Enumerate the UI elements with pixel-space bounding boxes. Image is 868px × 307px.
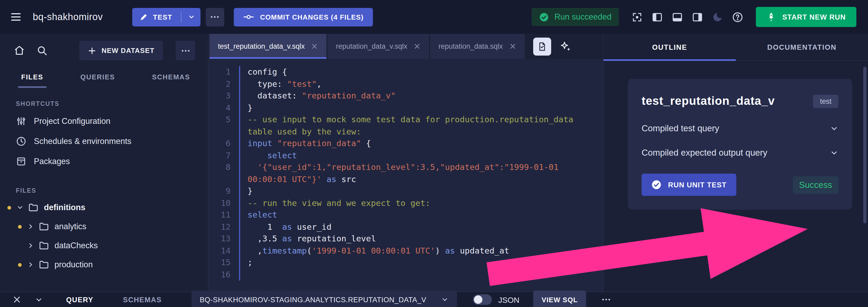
search-icon[interactable] [36, 45, 48, 56]
tree-item-label: dataChecks [55, 241, 98, 250]
sidebar-item-label: Project Configuration [34, 116, 111, 126]
tree-item-definitions[interactable]: definitions [0, 198, 208, 217]
line-number: 15 [208, 257, 239, 269]
tab-documentation[interactable]: DOCUMENTATION [736, 34, 868, 60]
code-row[interactable]: 6input "reputation_data" { [208, 138, 592, 149]
chevron-down-icon [441, 296, 448, 303]
hamburger-menu-icon[interactable] [9, 10, 22, 23]
code-lines[interactable]: 1config {2 type: "test",3 dataset: "repu… [208, 59, 603, 307]
new-dataset-button[interactable]: NEW DATASET [79, 41, 163, 60]
bottom-more-button[interactable] [601, 294, 612, 305]
check-circle-icon [651, 179, 662, 190]
focus-mode-icon[interactable] [631, 11, 643, 23]
tab-queries[interactable]: QUERIES [81, 73, 115, 88]
code-token: { [361, 139, 371, 148]
panel-right-icon[interactable] [692, 11, 703, 23]
code-token: dataset: [248, 91, 302, 101]
sidebar-item-schedules-environments[interactable]: Schedules & environments [0, 131, 208, 151]
tree-item-label: analytics [55, 222, 87, 231]
tab-files[interactable]: FILES [21, 73, 43, 88]
json-toggle[interactable] [473, 294, 492, 305]
format-document-button[interactable] [533, 37, 551, 55]
tree-item-label: definitions [44, 203, 86, 212]
close-icon[interactable] [311, 43, 318, 50]
code-row[interactable]: 2 type: "test", [208, 78, 592, 90]
code-row[interactable]: 7 select [208, 149, 592, 162]
clock-icon [16, 136, 26, 147]
code-row[interactable]: 14 ,timestamp('1999-01-01 00:00:01 UTC')… [208, 245, 592, 257]
code-row[interactable]: 9} [208, 185, 592, 197]
home-icon[interactable] [14, 45, 25, 56]
code-row[interactable]: 4} [208, 102, 592, 114]
code-row[interactable]: 1config { [208, 66, 592, 78]
tab-schemas[interactable]: SCHEMAS [152, 73, 190, 88]
code-row[interactable]: 10-- run the view and we expect to get: [208, 197, 592, 209]
tab-bottom-schemas[interactable]: SCHEMAS [123, 296, 162, 304]
chevron-down-icon[interactable] [17, 204, 24, 211]
compiled-test-query-row[interactable]: Compiled test query [642, 123, 838, 133]
chevron-down-icon[interactable] [187, 13, 195, 21]
test-button[interactable]: TEST [132, 8, 200, 26]
more-actions-button[interactable] [206, 8, 224, 26]
close-icon[interactable] [414, 43, 421, 50]
chevron-down-icon[interactable] [830, 124, 838, 133]
editor-tab-test-reputation-data-v[interactable]: test_reputation_data_v.sqlx [210, 34, 327, 59]
code-row[interactable]: 13 ,3.5 as reputation_level [208, 233, 592, 245]
test-result-status: Success [793, 176, 838, 193]
view-sql-button[interactable]: VIEW SQL [533, 290, 586, 307]
new-dataset-label: NEW DATASET [101, 47, 154, 55]
tree-item-production[interactable]: production [0, 255, 208, 274]
dark-mode-moon-icon[interactable] [712, 11, 723, 23]
vertical-scrollbar[interactable] [863, 67, 866, 223]
tab-query[interactable]: QUERY [66, 296, 93, 304]
bottom-bar: QUERY SCHEMAS BQ-SHAKHOMIROV-STAGING.ANA… [0, 291, 868, 307]
close-icon[interactable] [509, 43, 516, 50]
compiled-expected-output-row[interactable]: Compiled expected output query [642, 148, 838, 158]
code-row[interactable]: 16 [208, 269, 592, 281]
changed-dot [18, 263, 22, 267]
editor-tab-reputation-data[interactable]: reputation_data.sqlx [430, 34, 524, 59]
sidebar-item-project-configuration[interactable]: Project Configuration [0, 111, 208, 131]
start-new-run-button[interactable]: START NEW RUN [756, 7, 856, 27]
help-icon[interactable] [732, 11, 743, 23]
code-token: } [248, 186, 253, 196]
code-token [248, 163, 257, 172]
chevron-right-icon[interactable] [27, 242, 34, 249]
dataset-selector-dropdown[interactable]: BQ-SHAKHOMIROV-STAGING.ANALYTICS.REPUTAT… [191, 290, 457, 307]
tab-outline[interactable]: OUTLINE [603, 34, 736, 60]
code-token: input [248, 139, 272, 148]
run-status-badge[interactable]: Run succeeded [532, 8, 619, 26]
editor-tab-reputation-data-v[interactable]: reputation_data_v.sqlx [328, 34, 429, 59]
code-token: , [317, 79, 321, 89]
panel-left-icon[interactable] [652, 11, 663, 23]
code-token: -- run the view and we expect to get: [248, 198, 430, 208]
close-icon[interactable] [13, 295, 21, 304]
code-token: "reputation_data" [277, 139, 361, 148]
collapse-panel-chevron-icon[interactable] [35, 296, 43, 304]
code-row[interactable]: 5-- use input to mock some test data for… [208, 114, 592, 138]
chevron-right-icon[interactable] [27, 223, 34, 230]
sparkle-assist-icon[interactable] [559, 40, 571, 52]
panel-bottom-icon[interactable] [672, 11, 683, 23]
tree-item-datachecks[interactable]: dataChecks [0, 236, 208, 255]
left-sidebar: NEW DATASET FILES QUERIES SCHEMAS SHORTC… [0, 34, 208, 307]
ellipsis-icon [210, 12, 220, 22]
code-row[interactable]: 11select [208, 209, 592, 221]
tree-item-analytics[interactable]: analytics [0, 217, 208, 236]
code-row[interactable]: 8 '{"user_id":1,"reputation_level":3.5,"… [208, 162, 592, 185]
sidebar-item-packages[interactable]: Packages [0, 151, 208, 171]
run-unit-test-label: RUN UNIT TEST [668, 181, 726, 189]
document-check-icon [537, 41, 547, 51]
code-row[interactable]: 15; [208, 257, 592, 269]
chevron-down-icon[interactable] [830, 148, 838, 157]
chevron-right-icon[interactable] [27, 261, 34, 268]
commit-changes-button[interactable]: COMMIT CHANGES (4 FILES) [234, 8, 373, 26]
run-unit-test-button[interactable]: RUN UNIT TEST [642, 174, 736, 196]
sidebar-more-button[interactable] [176, 41, 195, 60]
folder-icon [39, 240, 49, 251]
sidebar-toolbar: NEW DATASET [0, 34, 208, 60]
editor-tab-label: reputation_data_v.sqlx [336, 43, 407, 50]
code-row[interactable]: 3 dataset: "reputation_data_v" [208, 90, 592, 102]
compiled-test-query-label: Compiled test query [642, 123, 719, 133]
code-row[interactable]: 12 1 as user_id [208, 221, 592, 233]
